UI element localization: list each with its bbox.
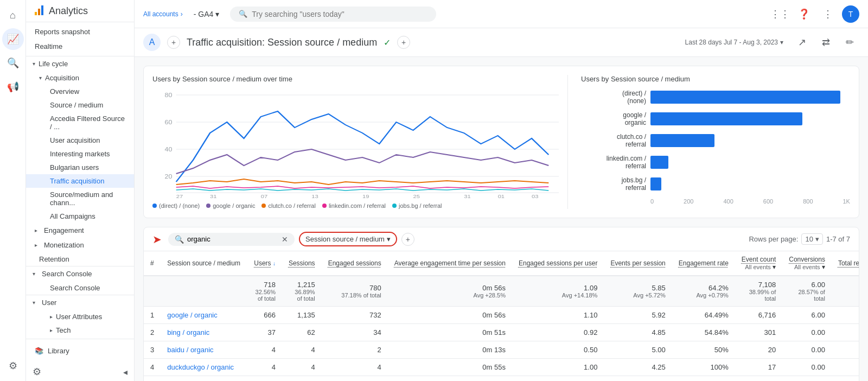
line-chart-container: 80 60 40 20 [152, 90, 559, 198]
engagement-header[interactable]: Engagement [26, 223, 134, 238]
nav-source-medium[interactable]: Source / medium [26, 98, 134, 112]
table-card: ➤ 🔍 ✕ Session source / medium ▾ + Rows p… [143, 227, 859, 381]
share-button[interactable]: ↗ [792, 33, 812, 52]
filter-clear-icon[interactable]: ✕ [282, 235, 288, 244]
nav-user-attributes[interactable]: User Attributes [26, 310, 134, 323]
nav-tech[interactable]: Tech [26, 323, 134, 337]
filter-input[interactable] [187, 235, 278, 243]
total-er-value: 64.2% [679, 284, 729, 292]
filter-chip[interactable]: Session source / medium ▾ [299, 232, 397, 246]
th-ec-chevron[interactable]: ▾ [773, 263, 776, 271]
home-nav-icon[interactable]: ⌂ [2, 4, 24, 26]
nav-user-acquisition[interactable]: User acquisition [26, 134, 134, 147]
user-attributes-label: User Attributes [56, 313, 102, 321]
settings-nav-icon[interactable]: ⚙ [2, 355, 24, 377]
svg-text:19: 19 [362, 194, 369, 198]
th-conversions[interactable]: Conversions All events ▾ [782, 251, 832, 276]
nav-retention[interactable]: Retention [26, 252, 134, 266]
analytics-logo-icon [33, 4, 46, 17]
total-er-delta: Avg +0.79% [679, 292, 729, 299]
th-engaged-sessions[interactable]: Engaged sessions [322, 251, 388, 276]
nav-search-console[interactable]: Search Console [26, 281, 134, 295]
cell-eps: 4.85 [604, 324, 672, 341]
search-console-label: Search Console [42, 270, 92, 278]
total-label [161, 276, 247, 307]
cell-eps: 5.00 [604, 376, 672, 382]
traffic-acquisition-label: Traffic acquisition [50, 177, 104, 185]
bar-fill-jobs [650, 177, 661, 190]
bar-label-linkedin: linkedin.com /referral [581, 155, 646, 170]
user-header[interactable]: User [26, 295, 134, 310]
search-console-header[interactable]: Search Console [26, 266, 134, 281]
bar-fill-clutch [650, 134, 714, 147]
search-input[interactable] [252, 10, 427, 18]
legend-dot-linkedin [322, 204, 327, 208]
settings-footer: ⚙ ◂ [26, 363, 134, 381]
th-event-count[interactable]: Event count All events ▾ [735, 251, 782, 276]
library-item[interactable]: 📚 Library [33, 344, 127, 358]
nav-interesting-markets[interactable]: Interesting markets [26, 147, 134, 161]
cell-num: 1 [144, 307, 161, 324]
cell-avg-time: 0m 51s [388, 324, 512, 341]
rows-per-page-select[interactable]: 10 ▾ [801, 233, 822, 245]
add-dimension-button[interactable]: + [401, 233, 414, 246]
th-eps-label: Events per session [610, 259, 665, 267]
tech-chevron [50, 327, 53, 333]
th-total-revenue[interactable]: Total revenue [832, 251, 859, 276]
add-report-button[interactable]: + [167, 36, 180, 49]
lifecycle-chevron [33, 61, 35, 67]
nav-accedia[interactable]: Accedia Filtered Source / ... [26, 112, 134, 134]
th-session-source[interactable]: Session source / medium [161, 251, 247, 276]
realtime-item[interactable]: Realtime [26, 39, 134, 54]
all-accounts-link[interactable]: All accounts › [143, 10, 183, 18]
cell-engaged: 4 [322, 359, 388, 376]
cell-num: 5 [144, 376, 161, 382]
acquisition-header[interactable]: Acquisition [26, 71, 134, 85]
bar-fill-linkedin [650, 156, 668, 169]
date-range-selector[interactable]: Last 28 days Jul 7 - Aug 3, 2023 ▾ [681, 36, 788, 48]
nav-traffic-acquisition[interactable]: Traffic acquisition [26, 174, 134, 188]
nav-source-medium-chann[interactable]: Source/medium and chann... [26, 188, 134, 209]
total-sessions: 1,215 36.89% of total [282, 276, 322, 307]
th-num[interactable]: # [144, 251, 161, 276]
reports-nav-icon[interactable]: 📈 [2, 28, 24, 50]
th-events-per-session[interactable]: Events per session [604, 251, 672, 276]
explore-nav-icon[interactable]: 🔍 [2, 52, 24, 74]
table-row: 2 bing / organic 37 62 34 0m 51s 0.92 4.… [144, 324, 859, 341]
edit-button[interactable]: ✏ [840, 33, 859, 52]
settings-icon[interactable]: ⚙ [33, 366, 41, 378]
help-button[interactable]: ❓ [794, 4, 814, 24]
lifecycle-header[interactable]: Life cycle [26, 56, 134, 71]
cell-users: 666 [247, 307, 282, 324]
avatar[interactable]: T [842, 5, 859, 23]
collapse-icon[interactable]: ◂ [123, 367, 127, 377]
reports-snapshot-item[interactable]: Reports snapshot [26, 24, 134, 39]
cell-conv: 0.00 [782, 359, 832, 376]
add-comparison-button[interactable]: + [397, 36, 410, 49]
more-button[interactable]: ⋮ [818, 4, 838, 24]
nav-overview[interactable]: Overview [26, 85, 134, 98]
nav-bulgarian-users[interactable]: Bulgarian users [26, 161, 134, 174]
th-conv-chevron[interactable]: ▾ [822, 263, 825, 271]
th-sessions-label: Sessions [289, 259, 315, 267]
property-selector[interactable]: - GA4 ▾ [189, 8, 224, 21]
svg-text:80: 80 [164, 92, 172, 98]
search-console-section: Search Console Search Console [26, 266, 134, 295]
th-engagement-rate[interactable]: Engagement rate [672, 251, 735, 276]
th-engaged-per-user[interactable]: Engaged sessions per user [512, 251, 604, 276]
th-users[interactable]: Users ↓ [247, 251, 282, 276]
monetization-header[interactable]: Monetization [26, 238, 134, 252]
nav-all-campaigns[interactable]: All Campaigns [26, 209, 134, 223]
monetization-chevron [35, 242, 37, 248]
totals-row: 718 32.56% of total 1,215 36.89% of tota… [144, 276, 859, 307]
cell-sessions: 4 [282, 359, 322, 376]
rows-per-page: Rows per page: 10 ▾ 1-7 of 7 [749, 233, 850, 245]
apps-button[interactable]: ⋮⋮ [770, 4, 790, 24]
cell-er: 54.84% [672, 324, 735, 341]
th-sessions[interactable]: Sessions [282, 251, 322, 276]
cell-source: google / organic [161, 307, 247, 324]
compare-button[interactable]: ⇄ [816, 33, 835, 52]
interesting-markets-label: Interesting markets [50, 150, 110, 158]
th-avg-engagement[interactable]: Average engagement time per session [388, 251, 512, 276]
advertising-nav-icon[interactable]: 📢 [2, 76, 24, 98]
